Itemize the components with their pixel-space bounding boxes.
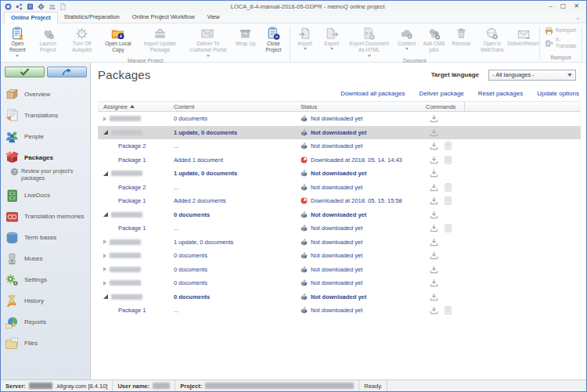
download-package-icon[interactable]: [430, 251, 438, 260]
tab-online-project[interactable]: Online Project: [4, 12, 58, 23]
export-document-as-html-button[interactable]: Export Document As HTML: [345, 24, 394, 57]
report-package-icon[interactable]: [444, 156, 452, 164]
table-row[interactable]: 0 documentsNot downloaded yet: [98, 263, 581, 277]
sidebar-item-people[interactable]: People: [5, 129, 90, 143]
expand-arrow-icon[interactable]: [103, 267, 106, 272]
options-icon[interactable]: [38, 3, 45, 10]
table-row[interactable]: 0 documentsNot downloaded yet: [98, 249, 581, 263]
column-header-commands[interactable]: Commands: [424, 102, 465, 111]
target-language-select[interactable]: - All languages -: [488, 70, 576, 81]
download-package-icon[interactable]: [430, 293, 438, 301]
tab-online-project-workflow[interactable]: Online Project Workflow: [126, 12, 201, 23]
expand-arrow-icon[interactable]: [103, 281, 106, 286]
new-document-icon[interactable]: [59, 3, 67, 10]
download-package-icon[interactable]: [430, 128, 438, 137]
table-row[interactable]: Package 2...Not downloaded yet: [98, 139, 581, 153]
link-update-options[interactable]: Update options: [537, 90, 579, 97]
deliver-return-button[interactable]: Deliver/Return: [510, 24, 538, 47]
open-local-copy-button[interactable]: Open Local Copy: [100, 24, 136, 54]
download-package-icon[interactable]: [430, 265, 438, 274]
download-package-icon[interactable]: [430, 279, 438, 287]
collapse-arrow-icon[interactable]: [103, 294, 108, 299]
close-button[interactable]: ✕: [574, 3, 579, 9]
group-icon[interactable]: [49, 3, 56, 10]
wrap-up-button[interactable]: Wrap Up: [232, 24, 259, 47]
resources-icon[interactable]: [27, 3, 34, 10]
table-row[interactable]: 0 documentsNot downloaded yet: [98, 290, 581, 304]
confirm-button[interactable]: [5, 67, 45, 77]
link-reset-packages[interactable]: Reset packages: [478, 90, 523, 97]
sidebar-item-translation-memories[interactable]: Translation memories: [5, 210, 90, 224]
report-package-icon[interactable]: [444, 196, 452, 205]
turn-off-autopilot-button[interactable]: Turn Off Autopilot: [63, 24, 99, 54]
deliver-to-customer-portal-button[interactable]: Deliver To Customer Portal: [184, 24, 232, 57]
sidebar-item-reports[interactable]: Reports: [5, 315, 90, 329]
download-package-icon[interactable]: [430, 156, 438, 164]
table-row[interactable]: 0 documentsNot downloaded yet: [98, 276, 581, 290]
download-package-icon[interactable]: [430, 142, 438, 150]
column-header-content[interactable]: Content: [172, 102, 299, 111]
import-button[interactable]: Import: [292, 24, 319, 50]
import-update-package-button[interactable]: Import Update Package: [136, 24, 184, 54]
sidebar-item-history[interactable]: History: [5, 294, 90, 308]
download-package-icon[interactable]: [430, 224, 438, 232]
tab-view[interactable]: View: [201, 12, 226, 23]
sidebar-item-files[interactable]: Files: [5, 336, 90, 351]
collapse-arrow-icon[interactable]: [103, 171, 108, 176]
launch-project-button[interactable]: Launch Project: [32, 24, 64, 54]
deliver-button[interactable]: [47, 67, 87, 77]
content-button[interactable]: Content: [394, 24, 420, 50]
table-row[interactable]: 1 update, 0 documentsNot downloaded yet: [98, 126, 581, 140]
table-row[interactable]: Package 1Added 1 documentDownloaded at 2…: [98, 153, 581, 167]
expand-arrow-icon[interactable]: [103, 239, 106, 244]
sidebar-item-settings[interactable]: Settings: [5, 273, 90, 287]
sidebar-item-translations[interactable]: Translations: [5, 108, 90, 122]
table-row[interactable]: 0 documentsNot downloaded yet: [98, 112, 581, 126]
download-package-icon[interactable]: [430, 306, 438, 315]
download-package-icon[interactable]: [430, 196, 438, 205]
sidebar-item-packages[interactable]: Packages: [5, 150, 90, 164]
table-row[interactable]: Package 2...Not downloaded yet: [98, 181, 581, 195]
memoq-icon[interactable]: [5, 3, 12, 10]
sidebar-item-muses[interactable]: Muses: [5, 252, 90, 266]
sidebar-item-livedocs[interactable]: LiveDocs: [5, 189, 90, 203]
open-in-webtrans-button[interactable]: Open in WebTrans: [474, 24, 510, 54]
sidebar-item-overview[interactable]: Overview: [5, 87, 90, 101]
close-project-button[interactable]: Close Project: [259, 24, 288, 54]
open-recent-button[interactable]: Open Recent: [3, 24, 32, 57]
minimize-button[interactable]: –: [549, 3, 552, 9]
report-package-icon[interactable]: [444, 142, 452, 150]
report-package-icon[interactable]: [444, 183, 452, 192]
x-translate-button[interactable]: X-Translate: [542, 37, 580, 50]
expand-arrow-icon[interactable]: [103, 117, 106, 121]
tab-statistics-preparation[interactable]: Statistics/Preparation: [58, 12, 126, 23]
download-package-icon[interactable]: [430, 183, 438, 192]
link-deliver-package[interactable]: Deliver package: [419, 90, 463, 97]
table-row[interactable]: 0 documentsNot downloaded yet: [98, 208, 581, 222]
add-cms-jobs-button[interactable]: Add CMS jobs: [420, 24, 448, 54]
sidebar-item-term-bases[interactable]: Term bases: [5, 231, 90, 245]
report-package-icon[interactable]: [444, 224, 452, 232]
remove-button[interactable]: Remove: [448, 24, 474, 47]
expand-arrow-icon[interactable]: [103, 254, 106, 258]
download-package-icon[interactable]: [430, 210, 438, 219]
export-button[interactable]: Export: [319, 24, 345, 50]
column-header-assignee[interactable]: Assignee: [98, 102, 172, 111]
table-row[interactable]: 1 update, 0 documentsNot downloaded yet: [98, 167, 581, 181]
table-row[interactable]: Package 1...Not downloaded yet: [98, 221, 581, 236]
table-row[interactable]: 1 update, 0 documentsNot downloaded yet: [98, 236, 581, 250]
column-header-status[interactable]: Status: [299, 102, 424, 111]
download-package-icon[interactable]: [430, 238, 438, 246]
collapse-arrow-icon[interactable]: [103, 130, 108, 135]
report-package-icon[interactable]: [444, 306, 452, 315]
link-download-all-packages[interactable]: Download all packages: [340, 90, 405, 97]
table-row[interactable]: Package 1...Not downloaded yet: [98, 304, 581, 318]
sharing-icon[interactable]: [16, 3, 23, 10]
reimport-button[interactable]: Reimport: [542, 27, 579, 35]
ribbon-collapse-icon[interactable]: ⌃: [575, 17, 580, 23]
table-row[interactable]: Package 1Added 2 documentsDownloaded at …: [98, 194, 581, 208]
maximize-button[interactable]: ▢: [560, 3, 567, 9]
download-package-icon[interactable]: [430, 114, 438, 123]
download-package-icon[interactable]: [430, 169, 438, 178]
collapse-arrow-icon[interactable]: [103, 212, 108, 217]
